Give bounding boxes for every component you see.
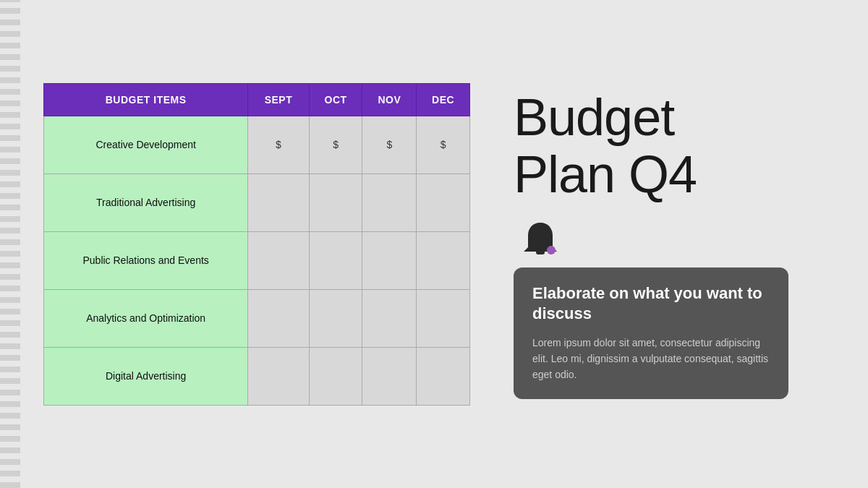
cell-pr-nov [362, 231, 417, 289]
table-row: Digital Advertising [44, 347, 470, 405]
callout-body: Lorem ipsum dolor sit amet, consectetur … [532, 335, 770, 383]
cell-traditional-nov [362, 174, 417, 231]
table-row: Traditional Advertising [44, 174, 470, 231]
row-label-digital-advertising: Digital Advertising [44, 347, 248, 405]
notification-area: Elaborate on what you want to discuss Lo… [514, 218, 788, 399]
cell-analytics-dec [417, 289, 470, 347]
col-header-budget-items: BUDGET ITEMS [44, 83, 248, 116]
cell-pr-dec [417, 231, 470, 289]
title-line1: Budget [514, 89, 697, 146]
col-header-oct: OCT [309, 83, 362, 116]
cell-analytics-nov [362, 289, 417, 347]
cell-pr-sept [248, 231, 309, 289]
cell-creative-nov: $ [362, 116, 417, 174]
slide: BUDGET ITEMS SEPT OCT NOV DEC Creative D… [0, 0, 868, 488]
cell-creative-oct: $ [309, 116, 362, 174]
callout-heading: Elaborate on what you want to discuss [532, 283, 770, 325]
cell-pr-oct [309, 231, 362, 289]
left-stripe-decoration [0, 0, 20, 488]
title-line2: Plan Q4 [514, 146, 697, 203]
callout-box: Elaborate on what you want to discuss Lo… [514, 267, 788, 399]
row-label-creative-development: Creative Development [44, 116, 248, 174]
cell-digital-oct [309, 347, 362, 405]
cell-traditional-dec [417, 174, 470, 231]
row-label-public-relations: Public Relations and Events [44, 231, 248, 289]
col-header-nov: NOV [362, 83, 417, 116]
cell-digital-dec [417, 347, 470, 405]
cell-analytics-oct [309, 289, 362, 347]
table-section: BUDGET ITEMS SEPT OCT NOV DEC Creative D… [43, 83, 470, 406]
bell-icon [519, 218, 561, 260]
col-header-sept: SEPT [248, 83, 309, 116]
col-header-dec: DEC [417, 83, 470, 116]
cell-traditional-oct [309, 174, 362, 231]
table-row: Creative Development $ $ $ $ [44, 116, 470, 174]
table-row: Public Relations and Events [44, 231, 470, 289]
row-label-traditional-advertising: Traditional Advertising [44, 174, 248, 231]
svg-point-1 [547, 246, 556, 254]
cell-analytics-sept [248, 289, 309, 347]
right-section: Budget Plan Q4 Elaborate on what you wan… [514, 89, 825, 399]
budget-table: BUDGET ITEMS SEPT OCT NOV DEC Creative D… [43, 83, 470, 406]
cell-traditional-sept [248, 174, 309, 231]
cell-creative-sept: $ [248, 116, 309, 174]
cell-digital-nov [362, 347, 417, 405]
table-row: Analytics and Optimization [44, 289, 470, 347]
cell-creative-dec: $ [417, 116, 470, 174]
cell-digital-sept [248, 347, 309, 405]
slide-title: Budget Plan Q4 [514, 89, 697, 203]
table-header-row: BUDGET ITEMS SEPT OCT NOV DEC [44, 83, 470, 116]
row-label-analytics: Analytics and Optimization [44, 289, 248, 347]
svg-rect-0 [536, 250, 545, 254]
